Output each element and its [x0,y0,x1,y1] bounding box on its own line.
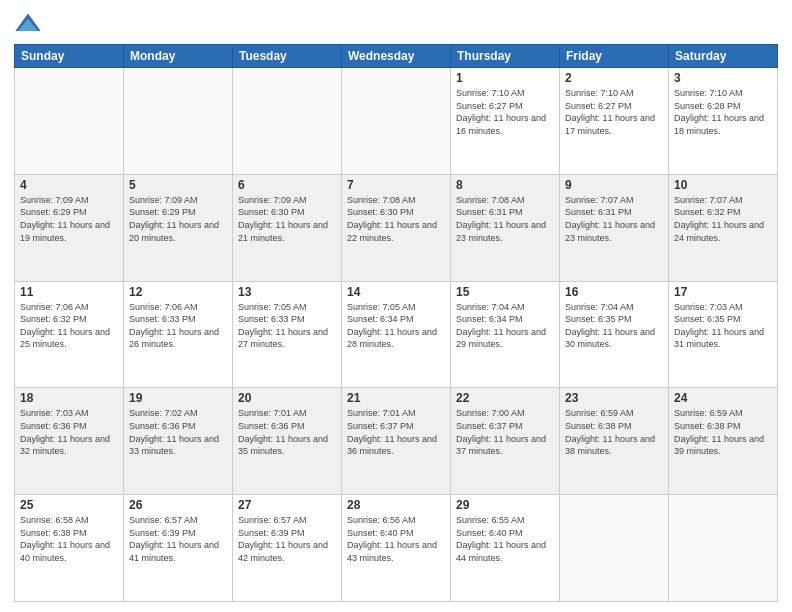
day-info: Sunrise: 7:10 AM Sunset: 6:27 PM Dayligh… [565,87,663,137]
day-number: 29 [456,498,554,512]
day-number: 24 [674,391,772,405]
calendar-cell: 1Sunrise: 7:10 AM Sunset: 6:27 PM Daylig… [451,68,560,175]
calendar-cell: 29Sunrise: 6:55 AM Sunset: 6:40 PM Dayli… [451,495,560,602]
calendar-cell: 2Sunrise: 7:10 AM Sunset: 6:27 PM Daylig… [560,68,669,175]
calendar-cell: 13Sunrise: 7:05 AM Sunset: 6:33 PM Dayli… [233,281,342,388]
calendar-cell: 12Sunrise: 7:06 AM Sunset: 6:33 PM Dayli… [124,281,233,388]
day-info: Sunrise: 7:08 AM Sunset: 6:30 PM Dayligh… [347,194,445,244]
calendar-cell [15,68,124,175]
calendar-cell: 27Sunrise: 6:57 AM Sunset: 6:39 PM Dayli… [233,495,342,602]
calendar-cell: 3Sunrise: 7:10 AM Sunset: 6:28 PM Daylig… [669,68,778,175]
calendar-table: SundayMondayTuesdayWednesdayThursdayFrid… [14,44,778,602]
weekday-header-sunday: Sunday [15,45,124,68]
header [14,10,778,38]
day-info: Sunrise: 7:07 AM Sunset: 6:32 PM Dayligh… [674,194,772,244]
calendar-week-2: 4Sunrise: 7:09 AM Sunset: 6:29 PM Daylig… [15,174,778,281]
calendar-cell: 20Sunrise: 7:01 AM Sunset: 6:36 PM Dayli… [233,388,342,495]
calendar-cell [669,495,778,602]
weekday-header-thursday: Thursday [451,45,560,68]
day-info: Sunrise: 7:08 AM Sunset: 6:31 PM Dayligh… [456,194,554,244]
calendar-cell [124,68,233,175]
day-info: Sunrise: 6:57 AM Sunset: 6:39 PM Dayligh… [238,514,336,564]
day-info: Sunrise: 7:03 AM Sunset: 6:35 PM Dayligh… [674,301,772,351]
day-number: 19 [129,391,227,405]
calendar-cell: 24Sunrise: 6:59 AM Sunset: 6:38 PM Dayli… [669,388,778,495]
calendar-cell: 26Sunrise: 6:57 AM Sunset: 6:39 PM Dayli… [124,495,233,602]
day-info: Sunrise: 7:01 AM Sunset: 6:37 PM Dayligh… [347,407,445,457]
weekday-header-friday: Friday [560,45,669,68]
day-info: Sunrise: 7:09 AM Sunset: 6:29 PM Dayligh… [129,194,227,244]
day-number: 20 [238,391,336,405]
day-info: Sunrise: 6:58 AM Sunset: 6:38 PM Dayligh… [20,514,118,564]
calendar-cell [560,495,669,602]
day-info: Sunrise: 7:05 AM Sunset: 6:33 PM Dayligh… [238,301,336,351]
day-info: Sunrise: 7:07 AM Sunset: 6:31 PM Dayligh… [565,194,663,244]
calendar-cell: 7Sunrise: 7:08 AM Sunset: 6:30 PM Daylig… [342,174,451,281]
day-info: Sunrise: 7:04 AM Sunset: 6:35 PM Dayligh… [565,301,663,351]
weekday-header-monday: Monday [124,45,233,68]
page: SundayMondayTuesdayWednesdayThursdayFrid… [0,0,792,612]
day-number: 28 [347,498,445,512]
day-info: Sunrise: 6:55 AM Sunset: 6:40 PM Dayligh… [456,514,554,564]
day-number: 2 [565,71,663,85]
calendar-cell [233,68,342,175]
weekday-header-saturday: Saturday [669,45,778,68]
day-info: Sunrise: 7:05 AM Sunset: 6:34 PM Dayligh… [347,301,445,351]
calendar-cell [342,68,451,175]
day-number: 1 [456,71,554,85]
logo [14,10,46,38]
day-info: Sunrise: 6:57 AM Sunset: 6:39 PM Dayligh… [129,514,227,564]
day-number: 12 [129,285,227,299]
day-number: 16 [565,285,663,299]
day-number: 8 [456,178,554,192]
calendar-cell: 22Sunrise: 7:00 AM Sunset: 6:37 PM Dayli… [451,388,560,495]
calendar-cell: 10Sunrise: 7:07 AM Sunset: 6:32 PM Dayli… [669,174,778,281]
day-number: 27 [238,498,336,512]
calendar-cell: 28Sunrise: 6:56 AM Sunset: 6:40 PM Dayli… [342,495,451,602]
day-info: Sunrise: 7:10 AM Sunset: 6:27 PM Dayligh… [456,87,554,137]
calendar-cell: 11Sunrise: 7:06 AM Sunset: 6:32 PM Dayli… [15,281,124,388]
calendar-cell: 5Sunrise: 7:09 AM Sunset: 6:29 PM Daylig… [124,174,233,281]
calendar-cell: 21Sunrise: 7:01 AM Sunset: 6:37 PM Dayli… [342,388,451,495]
day-info: Sunrise: 7:03 AM Sunset: 6:36 PM Dayligh… [20,407,118,457]
day-info: Sunrise: 7:09 AM Sunset: 6:29 PM Dayligh… [20,194,118,244]
calendar-cell: 18Sunrise: 7:03 AM Sunset: 6:36 PM Dayli… [15,388,124,495]
day-info: Sunrise: 7:00 AM Sunset: 6:37 PM Dayligh… [456,407,554,457]
calendar-cell: 15Sunrise: 7:04 AM Sunset: 6:34 PM Dayli… [451,281,560,388]
day-number: 23 [565,391,663,405]
day-info: Sunrise: 7:02 AM Sunset: 6:36 PM Dayligh… [129,407,227,457]
calendar-cell: 14Sunrise: 7:05 AM Sunset: 6:34 PM Dayli… [342,281,451,388]
day-number: 6 [238,178,336,192]
weekday-header-tuesday: Tuesday [233,45,342,68]
day-info: Sunrise: 7:06 AM Sunset: 6:33 PM Dayligh… [129,301,227,351]
day-number: 11 [20,285,118,299]
calendar-cell: 8Sunrise: 7:08 AM Sunset: 6:31 PM Daylig… [451,174,560,281]
day-number: 26 [129,498,227,512]
calendar-cell: 4Sunrise: 7:09 AM Sunset: 6:29 PM Daylig… [15,174,124,281]
calendar-cell: 19Sunrise: 7:02 AM Sunset: 6:36 PM Dayli… [124,388,233,495]
day-number: 3 [674,71,772,85]
calendar-cell: 6Sunrise: 7:09 AM Sunset: 6:30 PM Daylig… [233,174,342,281]
day-info: Sunrise: 6:59 AM Sunset: 6:38 PM Dayligh… [565,407,663,457]
day-number: 4 [20,178,118,192]
day-number: 15 [456,285,554,299]
calendar-cell: 9Sunrise: 7:07 AM Sunset: 6:31 PM Daylig… [560,174,669,281]
day-number: 5 [129,178,227,192]
day-number: 25 [20,498,118,512]
weekday-header-wednesday: Wednesday [342,45,451,68]
calendar-cell: 17Sunrise: 7:03 AM Sunset: 6:35 PM Dayli… [669,281,778,388]
day-info: Sunrise: 7:10 AM Sunset: 6:28 PM Dayligh… [674,87,772,137]
day-info: Sunrise: 7:06 AM Sunset: 6:32 PM Dayligh… [20,301,118,351]
day-info: Sunrise: 6:56 AM Sunset: 6:40 PM Dayligh… [347,514,445,564]
day-number: 7 [347,178,445,192]
calendar-cell: 16Sunrise: 7:04 AM Sunset: 6:35 PM Dayli… [560,281,669,388]
day-number: 17 [674,285,772,299]
calendar-week-3: 11Sunrise: 7:06 AM Sunset: 6:32 PM Dayli… [15,281,778,388]
calendar-week-1: 1Sunrise: 7:10 AM Sunset: 6:27 PM Daylig… [15,68,778,175]
day-info: Sunrise: 7:04 AM Sunset: 6:34 PM Dayligh… [456,301,554,351]
day-number: 14 [347,285,445,299]
logo-icon [14,10,42,38]
day-number: 13 [238,285,336,299]
day-number: 21 [347,391,445,405]
day-number: 9 [565,178,663,192]
